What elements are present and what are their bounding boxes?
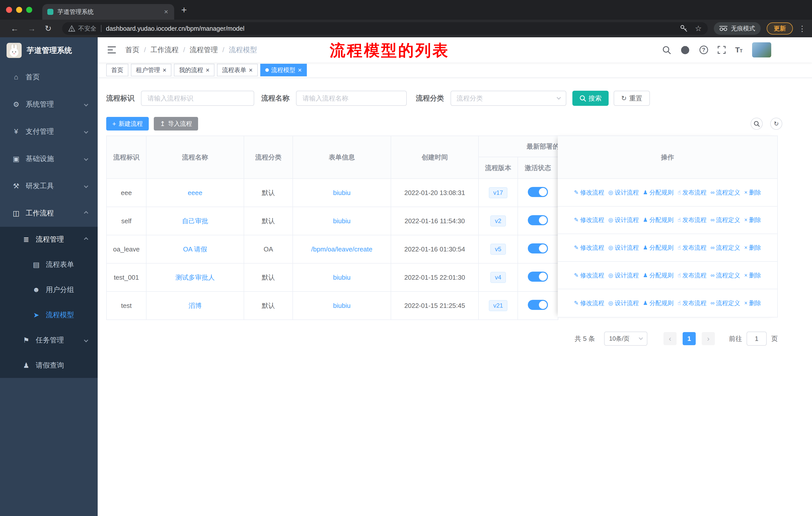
active-toggle[interactable] <box>528 243 548 253</box>
action-edit-process[interactable]: ✎修改流程 <box>574 299 604 307</box>
sidebar-item-workflow[interactable]: ◫工作流程 <box>0 199 98 227</box>
address-bar[interactable]: 不安全 dashboard.yudao.iocoder.cn/bpm/manag… <box>62 22 708 35</box>
page-1-button[interactable]: 1 <box>683 332 696 345</box>
tag-process-model[interactable]: 流程模型× <box>260 64 307 76</box>
prev-page-button[interactable]: ‹ <box>664 332 676 345</box>
sidebar-item-devtools[interactable]: ⚒研发工具 <box>0 172 98 199</box>
tag-process-form[interactable]: 流程表单× <box>217 64 258 76</box>
action-publish-process[interactable]: ☝发布流程 <box>677 299 706 307</box>
browser-tab[interactable]: 芋道管理系统 × <box>42 4 174 20</box>
sidebar-item-home[interactable]: ⌂首页 <box>0 63 98 91</box>
action-assign-rules[interactable]: ♟分配规则 <box>643 299 673 307</box>
active-toggle[interactable] <box>528 272 548 282</box>
tab-close-icon[interactable]: × <box>163 8 169 16</box>
action-publish-process[interactable]: ☝发布流程 <box>677 188 706 196</box>
process-key-input[interactable] <box>141 91 254 106</box>
action-delete-process[interactable]: ×删除 <box>744 271 761 279</box>
process-name-link[interactable]: OA 请假 <box>183 245 207 253</box>
action-design-process[interactable]: ◎设计流程 <box>608 244 639 252</box>
form-info-link[interactable]: biubiu <box>333 189 350 196</box>
action-publish-process[interactable]: ☝发布流程 <box>677 216 706 224</box>
active-toggle[interactable] <box>528 300 548 310</box>
process-name-link[interactable]: 测试多审批人 <box>175 274 215 281</box>
action-edit-process[interactable]: ✎修改流程 <box>574 216 604 224</box>
tag-close-icon[interactable]: × <box>206 67 209 73</box>
fullscreen-icon[interactable] <box>718 46 726 54</box>
toggle-search-button[interactable] <box>751 118 763 130</box>
action-assign-rules[interactable]: ♟分配规则 <box>643 244 673 252</box>
goto-page-input[interactable] <box>747 332 767 346</box>
action-design-process[interactable]: ◎设计流程 <box>608 216 639 224</box>
process-category-select[interactable]: 流程分类 <box>451 91 566 106</box>
sidebar-item-infrastructure[interactable]: ▣基础设施 <box>0 145 98 172</box>
process-name-link[interactable]: 滔博 <box>188 302 202 309</box>
tag-tenant-management[interactable]: 租户管理× <box>131 64 171 76</box>
forward-button[interactable]: → <box>28 24 36 32</box>
sidebar-item-user-group[interactable]: ☻用户分组 <box>0 277 98 302</box>
window-close-button[interactable] <box>6 7 12 13</box>
collapse-sidebar-icon[interactable] <box>107 46 116 54</box>
reload-button[interactable]: ↻ <box>45 24 52 32</box>
action-design-process[interactable]: ◎设计流程 <box>608 299 639 307</box>
action-edit-process[interactable]: ✎修改流程 <box>574 271 604 279</box>
action-edit-process[interactable]: ✎修改流程 <box>574 244 604 252</box>
page-size-select[interactable]: 10条/页 <box>604 332 647 346</box>
action-assign-rules[interactable]: ♟分配规则 <box>643 216 673 224</box>
reset-button[interactable]: ↻ 重置 <box>614 91 650 106</box>
active-toggle[interactable] <box>528 187 548 197</box>
window-zoom-button[interactable] <box>26 7 32 13</box>
action-publish-process[interactable]: ☝发布流程 <box>677 244 706 252</box>
action-assign-rules[interactable]: ♟分配规则 <box>643 188 673 196</box>
active-toggle[interactable] <box>528 215 548 225</box>
action-design-process[interactable]: ◎设计流程 <box>608 271 639 279</box>
breadcrumb-item[interactable]: 工作流程 <box>150 45 179 55</box>
action-process-definition[interactable]: ∞流程定义 <box>710 271 740 279</box>
process-name-link[interactable]: 自己审批 <box>182 217 208 225</box>
update-button[interactable]: 更新 <box>767 22 793 34</box>
tag-close-icon[interactable]: × <box>249 67 253 73</box>
help-icon[interactable]: ? <box>699 46 708 54</box>
action-publish-process[interactable]: ☝发布流程 <box>677 271 706 279</box>
action-edit-process[interactable]: ✎修改流程 <box>574 188 604 196</box>
tag-close-icon[interactable]: × <box>298 67 302 73</box>
action-delete-process[interactable]: ×删除 <box>744 188 761 196</box>
tag-my-process[interactable]: 我的流程× <box>174 64 214 76</box>
sidebar-item-payment[interactable]: ¥支付管理 <box>0 118 98 145</box>
process-name-link[interactable]: eeee <box>188 189 202 196</box>
form-info-link[interactable]: biubiu <box>333 217 350 225</box>
action-design-process[interactable]: ◎设计流程 <box>608 188 639 196</box>
tag-home[interactable]: 首页 <box>106 64 128 76</box>
sidebar-item-system[interactable]: ⚙系统管理 <box>0 91 98 118</box>
form-info-link[interactable]: biubiu <box>333 302 350 309</box>
action-process-definition[interactable]: ∞流程定义 <box>710 244 740 252</box>
sidebar-item-process-model[interactable]: ➤流程模型 <box>0 302 98 328</box>
action-process-definition[interactable]: ∞流程定义 <box>710 188 740 196</box>
action-delete-process[interactable]: ×删除 <box>744 299 761 307</box>
github-icon[interactable] <box>680 45 690 55</box>
process-name-input[interactable] <box>296 91 407 106</box>
sidebar-item-leave-query[interactable]: ♟请假查询 <box>0 353 98 378</box>
new-tab-button[interactable]: + <box>181 4 187 16</box>
back-button[interactable]: ← <box>10 24 19 32</box>
import-process-button[interactable]: ↥ 导入流程 <box>154 117 198 131</box>
breadcrumb-item[interactable]: 流程管理 <box>190 45 218 55</box>
form-info-link[interactable]: biubiu <box>333 274 350 281</box>
action-delete-process[interactable]: ×删除 <box>744 216 761 224</box>
bookmark-star-icon[interactable]: ☆ <box>695 25 702 32</box>
form-info-link[interactable]: /bpm/oa/leave/create <box>311 245 373 253</box>
action-delete-process[interactable]: ×删除 <box>744 244 761 252</box>
sidebar-item-task-management[interactable]: ⚑任务管理 <box>0 328 98 353</box>
font-size-icon[interactable]: TT <box>735 46 743 54</box>
sidebar-item-process-management[interactable]: ≣流程管理 <box>0 227 98 252</box>
action-process-definition[interactable]: ∞流程定义 <box>710 216 740 224</box>
create-process-button[interactable]: + 新建流程 <box>106 117 149 131</box>
window-minimize-button[interactable] <box>16 7 22 13</box>
next-page-button[interactable]: › <box>702 332 715 345</box>
search-icon[interactable] <box>662 46 671 54</box>
action-assign-rules[interactable]: ♟分配规则 <box>643 271 673 279</box>
browser-menu-icon[interactable]: ⋮ <box>799 24 806 33</box>
tag-close-icon[interactable]: × <box>163 67 166 73</box>
refresh-table-button[interactable]: ↻ <box>770 118 782 130</box>
breadcrumb-item[interactable]: 首页 <box>125 45 140 55</box>
sidebar-item-process-form[interactable]: ▤流程表单 <box>0 252 98 277</box>
